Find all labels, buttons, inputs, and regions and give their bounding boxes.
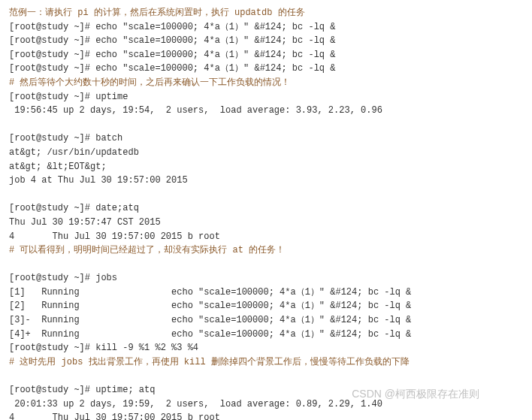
terminal-line: at&gt; /usr/bin/updatedb [9,147,139,158]
terminal-line: [4]+ Running echo "scale=100000; 4*a（1）"… [9,329,411,340]
terminal-line: at&gt; &lt;EOT&gt; [9,162,107,172]
terminal-line: 4 Thu Jul 30 19:57:00 2015 b root [9,231,220,242]
terminal-line: [root@study ~]# echo "scale=100000; 4*a（… [9,22,335,32]
terminal-line: job 4 at Thu Jul 30 19:57:00 2015 [9,175,188,186]
terminal-line: 19:56:45 up 2 days, 19:54, 2 users, load… [9,105,382,116]
terminal-line: [root@study ~]# uptime [9,92,128,102]
terminal-output: 范例一：请执行 pi 的计算，然后在系统闲置时，执行 updatdb 的任务 [… [0,0,532,420]
terminal-line: [root@study ~]# echo "scale=100000; 4*a（… [9,63,335,74]
terminal-line: [root@study ~]# echo "scale=100000; 4*a（… [9,35,335,46]
terminal-line: Thu Jul 30 19:57:47 CST 2015 [9,217,161,228]
terminal-line: [root@study ~]# date;atq [9,203,139,213]
terminal-line: [3]- Running echo "scale=100000; 4*a（1）"… [9,315,411,325]
terminal-line: # 这时先用 jobs 找出背景工作，再使用 kill 删除掉四个背景工作后，慢… [9,357,410,367]
terminal-line: 4 Thu Jul 30 19:57:00 2015 b root [9,412,220,420]
terminal-line: # 可以看得到，明明时间已经超过了，却没有实际执行 at 的任务！ [9,245,285,255]
terminal-line: [2] Running echo "scale=100000; 4*a（1）" … [9,301,411,311]
terminal-line: [root@study ~]# jobs [9,273,117,283]
terminal-line: [1] Running echo "scale=100000; 4*a（1）" … [9,287,411,298]
terminal-line: [root@study ~]# batch [9,133,122,144]
terminal-line: # 然后等待个大约数十秒的时间，之后再来确认一下工作负载的情况！ [9,77,290,88]
terminal-line: 范例一：请执行 pi 的计算，然后在系统闲置时，执行 updatdb 的任务 [9,8,305,18]
terminal-line: [root@study ~]# echo "scale=100000; 4*a（… [9,50,335,60]
terminal-line: [root@study ~]# kill -9 %1 %2 %3 %4 [9,343,198,353]
terminal-line: 20:01:33 up 2 days, 19:59, 2 users, load… [9,399,382,409]
terminal-line: [root@study ~]# uptime; atq [9,385,155,395]
